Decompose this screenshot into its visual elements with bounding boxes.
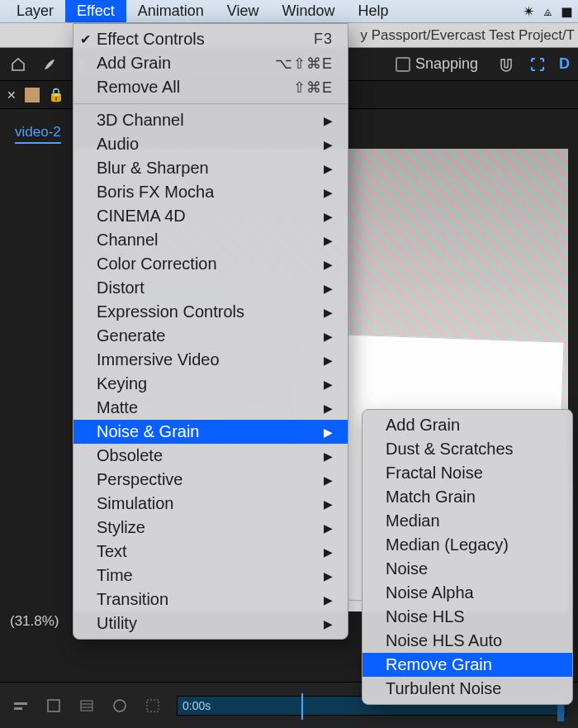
menu-audio[interactable]: Audio▶ (73, 132, 348, 156)
menu-item-label: Blur & Sharpen (97, 159, 209, 178)
svg-rect-3 (81, 701, 92, 711)
submenu-arrow-icon: ▶ (291, 569, 333, 583)
antivirus-icon[interactable]: ✴ (523, 2, 535, 21)
menu-channel[interactable]: Channel▶ (73, 228, 348, 252)
menu-item-label: Channel (97, 231, 159, 250)
color-swatch[interactable] (25, 88, 40, 102)
menu-text[interactable]: Text▶ (73, 540, 348, 564)
submenu-match-grain[interactable]: Match Grain (362, 485, 572, 509)
submenu-fractal-noise[interactable]: Fractal Noise (362, 461, 572, 485)
noise-grain-submenu: Add Grain Dust & Scratches Fractal Noise… (362, 409, 573, 705)
bookmark-icon[interactable]: ◼ (561, 2, 573, 21)
menu-distort[interactable]: Distort▶ (73, 276, 348, 300)
menu-remove-all[interactable]: Remove All ⇧⌘E (73, 75, 348, 99)
submenu-arrow-icon: ▶ (291, 210, 333, 223)
menu-keying[interactable]: Keying▶ (73, 372, 348, 396)
menu-effect-controls[interactable]: ✔ Effect Controls F3 (73, 27, 348, 51)
close-panel-icon[interactable]: ✕ (7, 88, 17, 102)
zoom-readout[interactable]: (31.8%) (10, 613, 59, 630)
menu-item-label: 3D Channel (97, 111, 184, 130)
submenu-remove-grain[interactable]: Remove Grain (362, 653, 572, 677)
menu-item-label: Text (97, 542, 127, 561)
menu-item-label: Simulation (97, 494, 173, 513)
menu-separator (73, 103, 348, 104)
submenu-noise-alpha[interactable]: Noise Alpha (362, 581, 572, 605)
timeline-icon-1[interactable] (12, 697, 30, 715)
svg-rect-0 (14, 702, 27, 705)
menu-item-label: Perspective (97, 470, 183, 489)
menu-layer[interactable]: Layer (5, 0, 65, 22)
menu-item-label: Match Grain (386, 488, 476, 507)
menu-obsolete[interactable]: Obsolete▶ (73, 444, 348, 468)
menu-item-label: Fractal Noise (386, 464, 483, 483)
menu-item-label: Noise & Grain (97, 422, 200, 441)
circle-icon[interactable] (111, 697, 129, 715)
menu-immersive-video[interactable]: Immersive Video▶ (73, 348, 348, 372)
submenu-turbulent-noise[interactable]: Turbulent Noise (362, 677, 572, 701)
menu-effect[interactable]: Effect (65, 0, 126, 22)
menu-perspective[interactable]: Perspective▶ (73, 468, 348, 492)
submenu-noise[interactable]: Noise (362, 557, 572, 581)
submenu-dust-scratches[interactable]: Dust & Scratches (362, 437, 572, 461)
playhead[interactable] (301, 693, 303, 720)
menu-blur-sharpen[interactable]: Blur & Sharpen▶ (73, 156, 348, 180)
menu-view[interactable]: View (216, 0, 271, 22)
menu-matte[interactable]: Matte▶ (73, 396, 348, 420)
filmstrip-icon[interactable] (78, 697, 96, 715)
menu-item-label: CINEMA 4D (97, 207, 186, 226)
menu-item-label: Median (386, 512, 440, 531)
menu-expression-controls[interactable]: Expression Controls▶ (73, 300, 348, 324)
menubar: Layer Effect Animation View Window Help … (0, 0, 578, 23)
shortcut-label: ⌥⇧⌘E (275, 55, 333, 73)
menu-item-label: Remove Grain (386, 655, 492, 674)
submenu-arrow-icon: ▶ (291, 354, 333, 367)
menu-help[interactable]: Help (347, 0, 400, 22)
menu-stylize[interactable]: Stylize▶ (73, 516, 348, 540)
menu-item-label: Keying (97, 374, 147, 393)
menu-item-label: Noise (386, 559, 428, 578)
timeline-icon-2[interactable] (45, 697, 63, 715)
svg-rect-2 (48, 700, 59, 711)
magnet-icon[interactable] (496, 55, 516, 74)
submenu-noise-hls[interactable]: Noise HLS (362, 605, 572, 629)
cloud-warning-icon[interactable]: ⟁ (543, 2, 552, 20)
timeline-time-label: 0:00s (182, 699, 211, 712)
menu-item-label: Transition (97, 590, 168, 609)
snapping-checkbox[interactable] (396, 57, 410, 72)
menu-item-label: Matte (97, 398, 138, 417)
menu-item-label: Expression Controls (97, 302, 244, 321)
submenu-median-legacy[interactable]: Median (Legacy) (362, 533, 572, 557)
submenu-arrow-icon: ▶ (291, 402, 333, 415)
submenu-arrow-icon: ▶ (291, 162, 333, 175)
menu-time[interactable]: Time▶ (73, 564, 348, 588)
submenu-arrow-icon: ▶ (291, 330, 333, 343)
menu-animation[interactable]: Animation (126, 0, 216, 22)
default-button[interactable]: D (559, 55, 570, 73)
snapping-toggle[interactable]: Snapping (396, 55, 478, 73)
svg-point-6 (114, 700, 126, 711)
project-tab[interactable]: video-2 (15, 124, 61, 144)
marquee-icon[interactable] (144, 697, 162, 715)
menu-cinema-4d[interactable]: CINEMA 4D▶ (73, 204, 348, 228)
menu-color-correction[interactable]: Color Correction▶ (73, 252, 348, 276)
menu-add-grain[interactable]: Add Grain ⌥⇧⌘E (73, 51, 348, 75)
menu-item-label: Distort (97, 278, 144, 297)
menu-noise-grain[interactable]: Noise & Grain▶ (73, 420, 348, 444)
submenu-noise-hls-auto[interactable]: Noise HLS Auto (362, 629, 572, 653)
focus-icon[interactable] (528, 55, 547, 74)
menu-boris-fx[interactable]: Boris FX Mocha▶ (73, 180, 348, 204)
menu-generate[interactable]: Generate▶ (73, 324, 348, 348)
menu-simulation[interactable]: Simulation▶ (73, 492, 348, 516)
menu-3d-channel[interactable]: 3D Channel▶ (73, 108, 348, 132)
submenu-arrow-icon: ▶ (291, 234, 333, 247)
home-icon[interactable] (8, 55, 28, 74)
shortcut-label: ⇧⌘E (293, 79, 333, 97)
submenu-median[interactable]: Median (362, 509, 572, 533)
lock-icon[interactable]: 🔒 (48, 87, 64, 102)
breadcrumb-text: y Passport/Evercast Test Project/T (361, 27, 576, 44)
menu-utility[interactable]: Utility▶ (73, 611, 348, 635)
menu-window[interactable]: Window (270, 0, 346, 22)
menu-transition[interactable]: Transition▶ (73, 588, 348, 611)
brush-icon[interactable] (40, 55, 59, 74)
submenu-add-grain[interactable]: Add Grain (362, 413, 572, 437)
